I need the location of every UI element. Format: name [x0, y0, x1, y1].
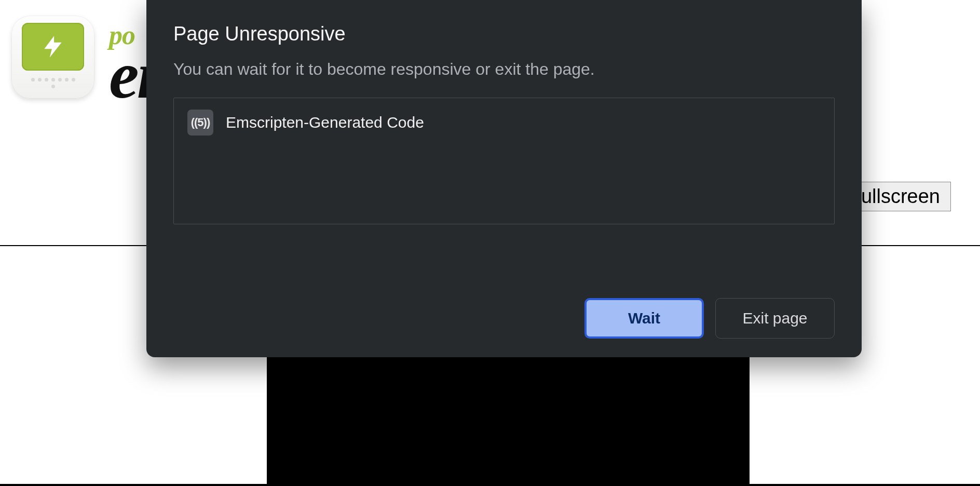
- wait-button[interactable]: Wait: [584, 298, 704, 339]
- page-root: po en Fullscreen Page Unresponsive You c…: [0, 0, 980, 486]
- process-list: ((5)) Emscripten-Generated Code: [173, 98, 835, 224]
- app-icon-dots: [30, 78, 76, 88]
- dialog-description: You can wait for it to become responsive…: [173, 60, 835, 79]
- exit-page-button[interactable]: Exit page: [715, 298, 835, 339]
- process-row[interactable]: ((5)) Emscripten-Generated Code: [187, 110, 821, 136]
- unresponsive-dialog: Page Unresponsive You can wait for it to…: [146, 0, 862, 357]
- divider-bottom: [0, 484, 980, 486]
- broadcast-icon: ((5)): [187, 110, 213, 136]
- dialog-buttons: Wait Exit page: [173, 277, 835, 339]
- process-name: Emscripten-Generated Code: [226, 114, 424, 131]
- dialog-title: Page Unresponsive: [173, 23, 835, 45]
- lightning-icon: [22, 23, 84, 71]
- app-icon: [11, 16, 94, 99]
